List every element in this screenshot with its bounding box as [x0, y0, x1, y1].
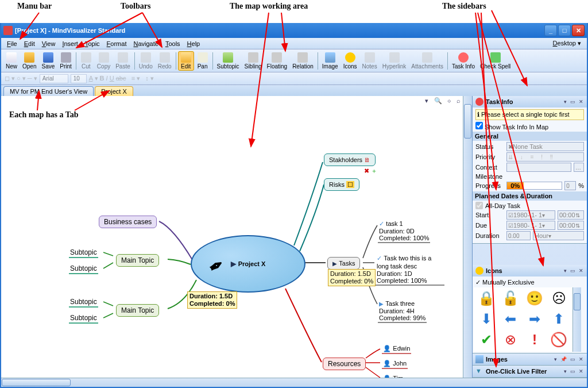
panel-undock-button[interactable]: ▭ — [570, 356, 576, 362]
print-button[interactable]: Print — [57, 52, 74, 70]
start-time-field[interactable]: 00:00 ⇅ — [558, 210, 584, 220]
tab-project-x[interactable]: Project X — [95, 86, 133, 96]
undo-button[interactable]: Undo — [137, 52, 155, 70]
due-time-field[interactable]: 00:00 ⇅ — [558, 221, 584, 230]
node-resources[interactable]: Resources — [323, 358, 366, 370]
checkspell-button[interactable]: Check Spell — [478, 52, 513, 70]
show-in-map-checkbox[interactable]: Show Task Info In Map — [475, 124, 548, 130]
map-canvas[interactable]: ▾ 🔍 ⟐ ⌕ ✒ ▶ — [1, 96, 463, 378]
duration-field[interactable]: 0.00 — [506, 231, 531, 240]
node-task2[interactable]: ✓ Task two this is a long task desc Dura… — [376, 254, 444, 286]
image-button[interactable]: Image — [320, 52, 341, 70]
panel-close-button[interactable]: ✕ — [578, 368, 584, 374]
redo-button[interactable]: Redo — [156, 52, 174, 70]
attachments-button[interactable]: Attachments — [409, 52, 446, 70]
icon-lock[interactable]: 🔒 — [475, 289, 497, 308]
progress-num[interactable]: 0 — [564, 181, 576, 190]
paste-button[interactable]: Paste — [113, 52, 133, 70]
progress-bar[interactable]: 0% — [506, 182, 562, 190]
icon-arrow-left[interactable]: ⬅ — [500, 310, 521, 328]
cut-button[interactable]: Cut — [78, 52, 94, 70]
text-style-tools[interactable]: A ▾ B I U abc ≡ ▾ ↕ ▾ — [89, 75, 154, 82]
menu-file[interactable]: File — [3, 39, 21, 48]
canvas-zoom-tools[interactable]: ▾ 🔍 ⟐ ⌕ — [425, 97, 461, 105]
sibling-button[interactable]: Sibling — [242, 52, 264, 70]
node-tasks[interactable]: ▶ Tasks Duration: 1.5DCompleted: 0% — [327, 257, 360, 270]
panel-close-button[interactable]: ✕ — [578, 268, 584, 274]
panel-menu-button[interactable]: ▾ — [563, 99, 567, 105]
new-button[interactable]: New — [3, 52, 20, 70]
icons-scroll[interactable] — [572, 287, 581, 352]
menu-navigate[interactable]: Navigate — [130, 39, 161, 48]
copy-button[interactable]: Copy — [95, 52, 113, 70]
icon-no[interactable]: 🚫 — [548, 331, 570, 349]
start-date-field[interactable]: ☑1980- 1- 1 ▾ — [506, 210, 555, 220]
node-main-topic-1[interactable]: Main Topic — [116, 254, 159, 267]
node-subtopic-3[interactable]: Subtopic — [69, 298, 98, 308]
menu-format[interactable]: Format — [103, 39, 130, 48]
node-stakeholders-controls[interactable]: ✖ ＋ — [364, 167, 377, 175]
node-main-topic-2[interactable]: Main Topic — [116, 304, 159, 317]
fontsize-field[interactable] — [71, 74, 87, 83]
node-task3[interactable]: ▶ Task three Duration: 4HCompleted: 99% — [378, 299, 427, 323]
panel-close-button[interactable]: ✕ — [578, 99, 584, 105]
priority-field[interactable]: ⇊ ↓ = ! ‼ — [506, 152, 584, 162]
menu-topic[interactable]: Topic — [82, 39, 103, 48]
subtopic-button[interactable]: Subtopic — [215, 52, 242, 70]
pan-button[interactable]: Pan — [195, 52, 211, 70]
canvas-vscroll[interactable] — [463, 96, 472, 378]
panel-menu-button[interactable]: ▾ — [563, 368, 567, 374]
icon-smile[interactable]: 🙂 — [524, 289, 546, 308]
node-subtopic-4[interactable]: Subtopic — [69, 314, 98, 324]
icon-unlock[interactable]: 🔓 — [500, 289, 521, 308]
maximize-button[interactable]: □ — [558, 25, 571, 36]
panel-pin-button[interactable]: 📌 — [560, 356, 567, 362]
allday-checkbox[interactable]: All-Day Task — [475, 202, 584, 209]
menu-desktop[interactable]: Desktop ▾ — [550, 39, 585, 48]
node-subtopic-1[interactable]: Subtopic — [69, 248, 98, 258]
close-button[interactable]: ✕ — [572, 25, 585, 36]
save-button[interactable]: Save — [39, 52, 57, 70]
open-button[interactable]: Open — [20, 52, 38, 70]
canvas-hscroll[interactable] — [1, 378, 587, 387]
node-task1[interactable]: ✓ task 1 Duration: 0DCompleted: 100% — [378, 220, 430, 243]
icons-button[interactable]: Icons — [341, 52, 359, 70]
notes-button[interactable]: Notes — [360, 52, 380, 70]
node-res-edwin[interactable]: 👤 Edwin — [382, 344, 411, 354]
minimize-button[interactable]: _ — [544, 25, 557, 36]
expand-icon[interactable]: ▶ — [332, 260, 337, 267]
icon-exclaim[interactable]: ! — [524, 331, 546, 349]
expand-icon[interactable]: ▶ — [231, 260, 236, 268]
menu-view[interactable]: View — [38, 39, 59, 48]
menu-tools[interactable]: Tools — [162, 39, 184, 48]
panel-undock-button[interactable]: ▭ — [570, 99, 576, 105]
floating-button[interactable]: Floating — [265, 52, 290, 70]
menu-help[interactable]: Help — [184, 39, 204, 48]
hyperlink-button[interactable]: Hyperlink — [380, 52, 409, 70]
status-field[interactable]: ✖ None Task — [506, 142, 584, 151]
icon-arrow-up[interactable]: ⬆ — [548, 310, 570, 328]
menu-insert[interactable]: Insert — [59, 39, 82, 48]
titlebar[interactable]: [Project X] - MindVisualizer Standard _ … — [1, 23, 587, 38]
panel-close-button[interactable]: ✕ — [578, 356, 584, 362]
icon-check[interactable]: ✔ — [475, 331, 497, 349]
icon-arrow-right[interactable]: ➡ — [524, 310, 546, 328]
taskinfo-button[interactable]: Task Info — [450, 52, 477, 70]
relation-button[interactable]: Relation — [290, 52, 316, 70]
node-res-john[interactable]: 👤 John — [382, 359, 408, 369]
context-browse-button[interactable]: … — [574, 163, 584, 172]
node-business-cases[interactable]: Business cases — [99, 216, 157, 228]
node-stakeholders[interactable]: Stakholders 🗎 — [324, 153, 376, 166]
tab-mv-for-pm[interactable]: MV for PM End User's View — [3, 86, 94, 96]
icon-frown[interactable]: ☹ — [548, 289, 570, 308]
context-field[interactable] — [506, 163, 571, 172]
panel-menu-button[interactable]: ▾ — [563, 268, 567, 274]
due-date-field[interactable]: ☑1980- 1- 1 ▾ — [506, 221, 555, 230]
node-subtopic-2[interactable]: Subtopic — [69, 264, 98, 274]
shape-tools[interactable]: ◻ ▾ ○ ▾ ─ ▾ — [5, 75, 37, 82]
icon-x[interactable]: ⊗ — [500, 331, 521, 349]
duration-unit-field[interactable]: Hour ▾ — [533, 231, 584, 240]
panel-undock-button[interactable]: ▭ — [570, 268, 576, 274]
font-field[interactable] — [40, 74, 68, 83]
menu-edit[interactable]: Edit — [21, 39, 38, 48]
